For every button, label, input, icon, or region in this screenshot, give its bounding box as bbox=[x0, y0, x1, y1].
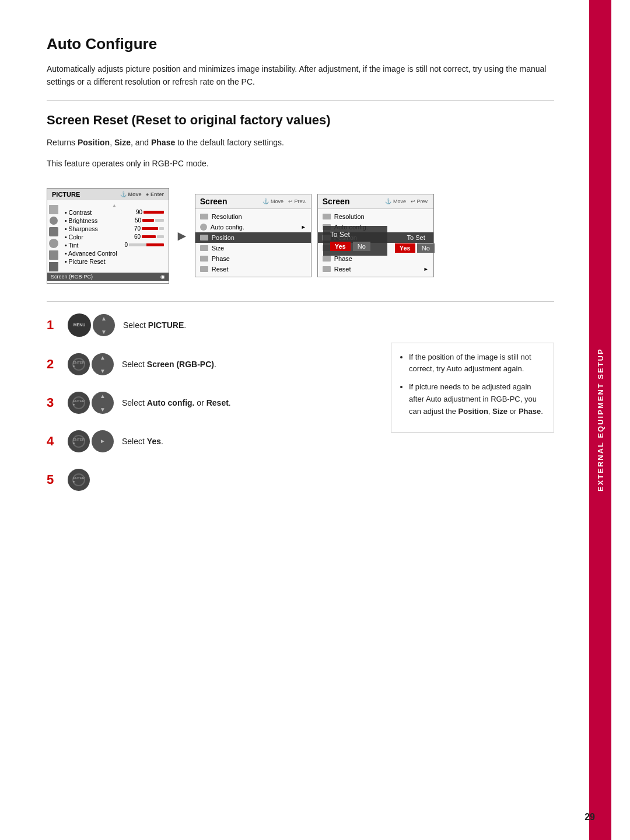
menu-item-reset: • Picture Reset bbox=[62, 257, 166, 266]
screen-label: Screen (RGB-PC) ◉ bbox=[47, 273, 169, 281]
row-icon-reset2 bbox=[323, 266, 331, 272]
side-tab-label: EXTERNAL EQUIPMENT SETUP bbox=[596, 348, 605, 492]
side-tab: EXTERNAL EQUIPMENT SETUP bbox=[589, 0, 611, 840]
icon-adjust bbox=[49, 227, 58, 236]
icon-grid bbox=[49, 250, 58, 260]
step3-icons: ENTER● ▲ ▼ bbox=[68, 392, 114, 414]
step2-text: Select Screen (RGB-PC). bbox=[122, 360, 216, 369]
toset-inline: To Set bbox=[407, 234, 425, 241]
step4-number: 4 bbox=[47, 435, 60, 448]
picture-menu-header: PICTURE ⚓ Move ● Enter bbox=[47, 189, 169, 200]
row-icon-res1 bbox=[200, 214, 208, 219]
screen-row-autoconfig1: Auto config. ► bbox=[195, 222, 311, 232]
menu-item-tint: • Tint 0 bbox=[62, 241, 166, 249]
info-bullet2: If picture needs to be adjusted again af… bbox=[409, 381, 544, 417]
picture-title: PICTURE bbox=[52, 191, 80, 198]
screen-menu1-body: Resolution Auto config. ► Position bbox=[195, 209, 311, 277]
section2-title: Screen Reset (Reset to original factory … bbox=[47, 113, 554, 128]
menu-item-sharpness: • Sharpness 70 bbox=[62, 225, 166, 233]
screen-menu2-header: Screen ⚓ Move ↩ Prev. bbox=[318, 194, 433, 209]
row-icon-res2 bbox=[323, 214, 331, 219]
icon-face bbox=[49, 239, 58, 248]
menu-button1[interactable]: MENU bbox=[68, 313, 91, 337]
screen-row-size1: Size bbox=[195, 243, 311, 253]
step4-text: Select Yes. bbox=[122, 437, 163, 446]
toset-popup1: To Set Yes No bbox=[323, 226, 387, 256]
step3-text: Select Auto config. or Reset. bbox=[122, 398, 231, 407]
row-icon-phase2 bbox=[323, 256, 331, 262]
picture-menu-icons bbox=[47, 203, 60, 273]
screen-menu2-nav: ⚓ Move ↩ Prev. bbox=[385, 198, 428, 204]
screen-menu1-outer: Screen ⚓ Move ↩ Prev. Resolution bbox=[195, 194, 312, 277]
screen-menu1-title: Screen bbox=[200, 197, 228, 206]
no-button1[interactable]: No bbox=[353, 242, 370, 251]
arrow-diagram: ► bbox=[175, 228, 189, 244]
picture-menu: PICTURE ⚓ Move ● Enter bbox=[47, 188, 169, 284]
yes-button2[interactable]: Yes bbox=[395, 243, 415, 253]
toset-buttons2: Yes No bbox=[395, 243, 435, 253]
step1-icons: MENU ▲ ▼ bbox=[68, 313, 115, 337]
step1-number: 1 bbox=[47, 319, 60, 332]
screen-menu1-nav: ⚓ Move ↩ Prev. bbox=[262, 198, 306, 204]
page-number: 29 bbox=[584, 812, 595, 822]
menu-item-brightness: • Brightness 50 bbox=[62, 217, 166, 225]
step2-number: 2 bbox=[47, 358, 60, 371]
menu-item-color: • Color 60 bbox=[62, 233, 166, 241]
info-bullet1: If the position of the image is still no… bbox=[409, 351, 544, 376]
step5: 5 ENTER● bbox=[47, 469, 373, 491]
screen-row-phase1: Phase bbox=[195, 253, 311, 264]
info-box: If the position of the image is still no… bbox=[391, 343, 554, 433]
row-icon-reset1 bbox=[200, 266, 208, 272]
right-nav4: ► bbox=[92, 430, 114, 452]
screen-menu2-title: Screen bbox=[323, 197, 350, 206]
section1-description: Automatically adjusts picture position a… bbox=[47, 62, 554, 89]
diagrams-row: PICTURE ⚓ Move ● Enter bbox=[47, 188, 554, 284]
step4-icons: ENTER● ► bbox=[68, 430, 114, 452]
enter-button5[interactable]: ENTER● bbox=[68, 469, 90, 491]
picture-nav: ⚓ Move ● Enter bbox=[120, 191, 164, 197]
step5-icons: ENTER● bbox=[68, 469, 90, 491]
steps-section: 1 MENU ▲ ▼ Select PICTURE. bbox=[47, 313, 554, 507]
step3: 3 ENTER● ▲ ▼ Select Auto config. or Rese… bbox=[47, 392, 373, 414]
row-icon-pos1 bbox=[200, 235, 208, 241]
icon-tv bbox=[49, 205, 58, 214]
screen-row-reset1: Reset bbox=[195, 264, 311, 274]
step2: 2 ENTER● ▲ ▼ Select Screen (RGB-PC). bbox=[47, 353, 373, 375]
yes-button1[interactable]: Yes bbox=[330, 242, 351, 251]
screen-row-resolution2: Resolution bbox=[318, 211, 433, 222]
screen-row-resolution1: Resolution bbox=[195, 211, 311, 222]
enter-button3[interactable]: ENTER● bbox=[68, 392, 90, 414]
step3-number: 3 bbox=[47, 396, 60, 409]
step2-icons: ENTER● ▲ ▼ bbox=[68, 353, 114, 375]
section1-title: Auto Configure bbox=[47, 35, 554, 53]
menu-item-contrast: • Contrast 90 bbox=[62, 208, 166, 217]
row-icon-phase1 bbox=[200, 256, 208, 262]
screen-menu1-header: Screen ⚓ Move ↩ Prev. bbox=[195, 194, 311, 209]
section2-line2: This feature operates only in RGB-PC mod… bbox=[47, 157, 554, 170]
menu-item-advanced: • Advanced Control bbox=[62, 249, 166, 257]
no-button2[interactable]: No bbox=[417, 243, 435, 253]
step1-text: Select PICTURE. bbox=[123, 320, 186, 330]
enter-button4[interactable]: ENTER● bbox=[68, 430, 90, 452]
row-icon-auto1 bbox=[200, 224, 207, 231]
icon-circle bbox=[50, 217, 58, 225]
step4: 4 ENTER● ► Select Yes. bbox=[47, 430, 373, 452]
nav-pad3: ▲ ▼ bbox=[92, 392, 114, 414]
icon-star bbox=[49, 262, 58, 271]
divider2 bbox=[47, 301, 554, 302]
steps-left: 1 MENU ▲ ▼ Select PICTURE. bbox=[47, 313, 373, 507]
toset-label1: To Set bbox=[330, 231, 380, 239]
picture-menu-items: ▲ • Contrast 90 • Brightness 50 • Sharpn… bbox=[60, 203, 169, 266]
screen-menu1: Screen ⚓ Move ↩ Prev. Resolution bbox=[195, 194, 312, 277]
divider1 bbox=[47, 100, 554, 101]
row-icon-size1 bbox=[200, 245, 208, 251]
step1: 1 MENU ▲ ▼ Select PICTURE. bbox=[47, 313, 373, 337]
nav-pad2: ▲ ▼ bbox=[92, 353, 114, 375]
screen-row-reset2: Reset ► bbox=[318, 264, 433, 274]
enter-button2[interactable]: ENTER● bbox=[68, 353, 90, 375]
step5-number: 5 bbox=[47, 473, 60, 486]
nav-pad1: ▲ ▼ bbox=[93, 314, 115, 336]
toset-buttons1: Yes No bbox=[330, 242, 380, 251]
screen-row-position1: Position bbox=[195, 232, 311, 243]
section2-line1: Returns Position, Size, and Phase to the… bbox=[47, 136, 554, 149]
